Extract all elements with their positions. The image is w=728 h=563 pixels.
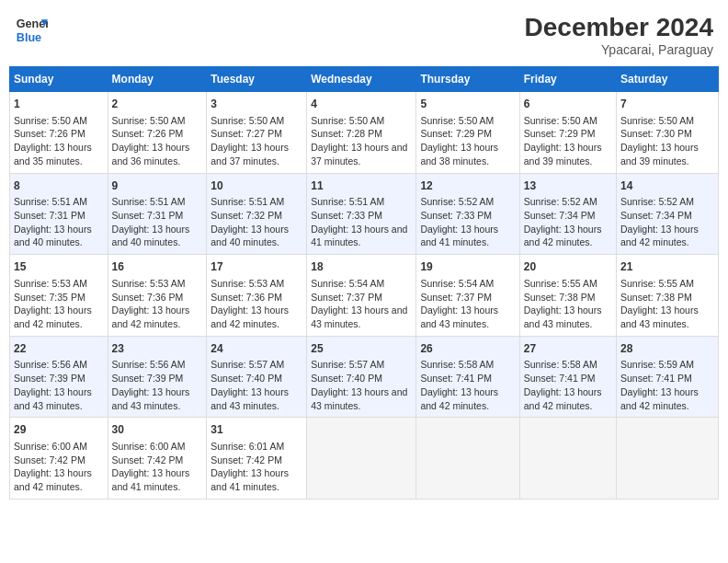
daylight-text: Daylight: 13 hours and 40 minutes.: [14, 223, 104, 249]
sunrise-text: Sunrise: 5:51 AM: [311, 195, 412, 209]
calendar-cell: 10Sunrise: 5:51 AMSunset: 7:32 PMDayligh…: [207, 173, 307, 255]
daylight-text: Daylight: 13 hours and 42 minutes.: [620, 223, 714, 249]
daylight-text: Daylight: 13 hours and 41 minutes.: [420, 223, 515, 249]
sunset-text: Sunset: 7:30 PM: [620, 127, 714, 141]
daylight-text: Daylight: 13 hours and 43 minutes.: [14, 385, 104, 412]
calendar-cell: [519, 418, 616, 500]
sunrise-text: Sunrise: 5:57 AM: [311, 358, 412, 372]
sunrise-text: Sunrise: 5:50 AM: [210, 114, 302, 128]
day-number: 5: [420, 97, 515, 112]
sunrise-text: Sunrise: 5:54 AM: [420, 277, 515, 291]
daylight-text: Daylight: 13 hours and 42 minutes.: [112, 304, 203, 330]
daylight-text: Daylight: 13 hours and 43 minutes.: [311, 304, 412, 330]
day-number: 3: [210, 97, 302, 112]
day-number: 2: [112, 97, 203, 112]
calendar-cell: 16Sunrise: 5:53 AMSunset: 7:36 PMDayligh…: [108, 255, 207, 337]
sunset-text: Sunset: 7:40 PM: [311, 372, 412, 385]
day-number: 12: [420, 178, 515, 194]
sunset-text: Sunset: 7:41 PM: [420, 372, 515, 385]
sunrise-text: Sunrise: 5:57 AM: [210, 358, 302, 372]
sunset-text: Sunset: 7:37 PM: [420, 291, 515, 304]
calendar-cell: 23Sunrise: 5:56 AMSunset: 7:39 PMDayligh…: [108, 336, 207, 418]
day-number: 21: [620, 259, 714, 275]
sunrise-text: Sunrise: 5:53 AM: [14, 277, 104, 291]
calendar-cell: 15Sunrise: 5:53 AMSunset: 7:35 PMDayligh…: [10, 255, 108, 337]
calendar-cell: 3Sunrise: 5:50 AMSunset: 7:27 PMDaylight…: [207, 92, 307, 174]
sunrise-text: Sunrise: 5:55 AM: [620, 277, 714, 291]
calendar-cell: 17Sunrise: 5:53 AMSunset: 7:36 PMDayligh…: [207, 255, 307, 337]
main-title: December 2024: [525, 13, 713, 42]
day-number: 24: [210, 341, 302, 357]
daylight-text: Daylight: 13 hours and 42 minutes.: [14, 466, 104, 493]
sunset-text: Sunset: 7:31 PM: [112, 209, 203, 223]
day-number: 11: [311, 178, 412, 194]
calendar-cell: [617, 418, 719, 500]
daylight-text: Daylight: 13 hours and 43 minutes.: [210, 385, 302, 412]
sunset-text: Sunset: 7:34 PM: [620, 209, 714, 223]
sunrise-text: Sunrise: 5:52 AM: [524, 195, 612, 209]
day-number: 1: [14, 97, 104, 112]
calendar-cell: 9Sunrise: 5:51 AMSunset: 7:31 PMDaylight…: [108, 173, 207, 255]
day-number: 18: [311, 259, 412, 275]
sunrise-text: Sunrise: 5:53 AM: [210, 277, 302, 291]
calendar-cell: 12Sunrise: 5:52 AMSunset: 7:33 PMDayligh…: [416, 173, 519, 255]
day-number: 6: [524, 97, 612, 112]
day-header-monday: Monday: [108, 67, 207, 92]
calendar-cell: 25Sunrise: 5:57 AMSunset: 7:40 PMDayligh…: [307, 336, 416, 418]
sunrise-text: Sunrise: 5:50 AM: [420, 114, 515, 128]
sunset-text: Sunset: 7:31 PM: [14, 209, 104, 223]
day-number: 30: [112, 422, 203, 438]
calendar-table: SundayMondayTuesdayWednesdayThursdayFrid…: [9, 66, 719, 500]
daylight-text: Daylight: 13 hours and 42 minutes.: [524, 223, 612, 249]
daylight-text: Daylight: 13 hours and 37 minutes.: [311, 141, 412, 167]
sunrise-text: Sunrise: 5:50 AM: [14, 114, 104, 128]
day-number: 27: [524, 341, 612, 357]
calendar-cell: 21Sunrise: 5:55 AMSunset: 7:38 PMDayligh…: [617, 255, 719, 337]
calendar-week-row: 1Sunrise: 5:50 AMSunset: 7:26 PMDaylight…: [10, 92, 719, 174]
sunset-text: Sunset: 7:41 PM: [524, 372, 612, 385]
day-header-wednesday: Wednesday: [307, 67, 416, 92]
day-number: 17: [210, 259, 302, 275]
calendar-cell: 30Sunrise: 6:00 AMSunset: 7:42 PMDayligh…: [108, 418, 207, 500]
sunset-text: Sunset: 7:36 PM: [210, 291, 302, 304]
daylight-text: Daylight: 13 hours and 39 minutes.: [524, 141, 612, 167]
sunrise-text: Sunrise: 5:58 AM: [524, 358, 612, 372]
calendar-cell: 27Sunrise: 5:58 AMSunset: 7:41 PMDayligh…: [519, 336, 616, 418]
sunrise-text: Sunrise: 5:59 AM: [620, 358, 714, 372]
logo-icon: General Blue: [15, 13, 48, 46]
sunset-text: Sunset: 7:26 PM: [112, 127, 203, 141]
calendar-week-row: 15Sunrise: 5:53 AMSunset: 7:35 PMDayligh…: [10, 255, 719, 337]
sunrise-text: Sunrise: 5:54 AM: [311, 277, 412, 291]
daylight-text: Daylight: 13 hours and 37 minutes.: [210, 141, 302, 167]
daylight-text: Daylight: 13 hours and 40 minutes.: [112, 223, 203, 249]
calendar-cell: 8Sunrise: 5:51 AMSunset: 7:31 PMDaylight…: [10, 173, 108, 255]
calendar-cell: 5Sunrise: 5:50 AMSunset: 7:29 PMDaylight…: [416, 92, 519, 174]
day-number: 29: [14, 422, 104, 438]
day-number: 23: [112, 341, 203, 357]
subtitle: Ypacarai, Paraguay: [525, 42, 713, 57]
day-number: 20: [524, 259, 612, 275]
sunrise-text: Sunrise: 5:55 AM: [524, 277, 612, 291]
calendar-cell: 7Sunrise: 5:50 AMSunset: 7:30 PMDaylight…: [617, 92, 719, 174]
day-header-thursday: Thursday: [416, 67, 519, 92]
day-number: 14: [620, 178, 714, 194]
calendar-cell: 22Sunrise: 5:56 AMSunset: 7:39 PMDayligh…: [10, 336, 108, 418]
day-number: 4: [311, 97, 412, 112]
sunset-text: Sunset: 7:41 PM: [620, 372, 714, 385]
sunset-text: Sunset: 7:33 PM: [420, 209, 515, 223]
sunrise-text: Sunrise: 5:53 AM: [112, 277, 203, 291]
sunset-text: Sunset: 7:35 PM: [14, 291, 104, 304]
svg-text:Blue: Blue: [17, 31, 41, 44]
calendar-cell: 28Sunrise: 5:59 AMSunset: 7:41 PMDayligh…: [617, 336, 719, 418]
day-number: 13: [524, 178, 612, 194]
sunset-text: Sunset: 7:29 PM: [420, 127, 515, 141]
sunset-text: Sunset: 7:39 PM: [14, 372, 104, 385]
calendar-cell: 6Sunrise: 5:50 AMSunset: 7:29 PMDaylight…: [519, 92, 616, 174]
sunset-text: Sunset: 7:42 PM: [112, 454, 203, 467]
calendar-week-row: 29Sunrise: 6:00 AMSunset: 7:42 PMDayligh…: [10, 418, 719, 500]
sunset-text: Sunset: 7:42 PM: [14, 454, 104, 467]
calendar-cell: 24Sunrise: 5:57 AMSunset: 7:40 PMDayligh…: [207, 336, 307, 418]
sunrise-text: Sunrise: 5:52 AM: [620, 195, 714, 209]
header: General Blue December 2024 Ypacarai, Par…: [9, 9, 719, 61]
calendar-cell: 19Sunrise: 5:54 AMSunset: 7:37 PMDayligh…: [416, 255, 519, 337]
